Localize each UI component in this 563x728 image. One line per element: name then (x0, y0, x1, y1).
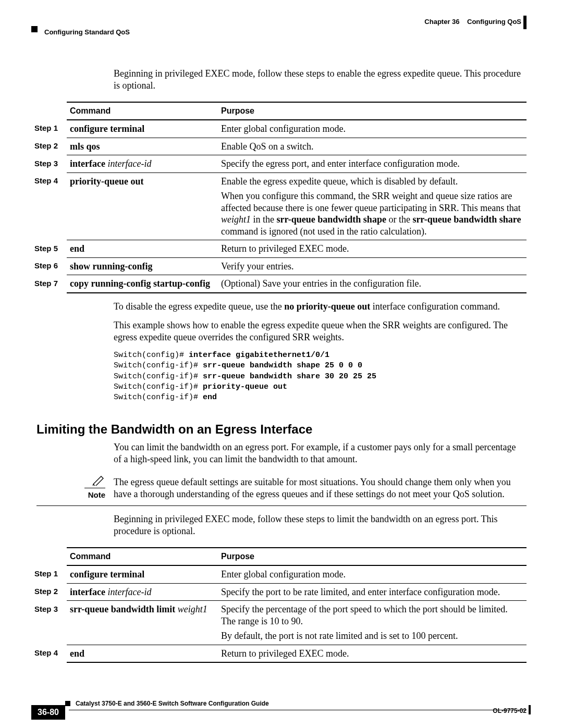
note-label: Note (36, 490, 105, 500)
book-title: Catalyst 3750-E and 3560-E Switch Softwa… (76, 700, 527, 708)
header-right-bar (523, 16, 527, 29)
purpose-text: Enter global configuration mode. (218, 565, 527, 583)
purpose-text: Specify the port to be rate limited, and… (218, 583, 527, 601)
purpose-text: Specify the egress port, and enter inter… (218, 155, 527, 173)
table-row: Step 7 copy running-config startup-confi… (31, 275, 527, 293)
command-text: srr-queue bandwidth limit (70, 604, 175, 614)
command-text: end (70, 648, 84, 659)
step-label: Step 3 (31, 155, 67, 173)
step-label: Step 7 (31, 275, 67, 293)
table-row: Step 1 configure terminal Enter global c… (31, 565, 527, 583)
table-row: Step 2 mls qos Enable QoS on a switch. (31, 138, 527, 155)
section2-paragraph-1: You can limit the bandwidth on an egress… (114, 441, 521, 465)
col-header-purpose: Purpose (218, 548, 527, 565)
command-text: configure terminal (70, 569, 144, 579)
pencil-icon (36, 474, 105, 488)
purpose-text: Specify the percentage of the port speed… (221, 603, 523, 627)
running-header-left: Configuring Standard QoS (44, 28, 130, 36)
command-text: show running-config (70, 261, 153, 272)
command-text: copy running-config startup-config (70, 278, 210, 289)
document-number: OL-9775-02 (493, 707, 527, 715)
procedure-table-2: Command Purpose Step 1 configure termina… (31, 547, 527, 663)
table-row: Step 6 show running-config Verify your e… (31, 257, 527, 275)
table-row: Step 3 interface interface-id Specify th… (31, 155, 527, 173)
step-label: Step 5 (31, 240, 67, 258)
chapter-title: Configuring QoS (467, 18, 521, 26)
cli-example: Switch(config)# interface gigabitetherne… (114, 350, 521, 403)
step-label: Step 6 (31, 257, 67, 275)
page-number: 36-80 (31, 705, 65, 720)
note-block: Note The egress queue default settings a… (36, 474, 527, 506)
col-header-purpose: Purpose (218, 102, 527, 120)
command-text: mls qos (70, 141, 100, 152)
step-label: Step 4 (31, 172, 67, 240)
chapter-label: Chapter 36 (424, 18, 459, 26)
command-text: interface (70, 587, 105, 597)
command-text: interface (70, 158, 105, 169)
table-row: Step 4 priority-queue out Enable the egr… (31, 172, 527, 240)
disable-note: To disable the egress expedite queue, us… (114, 301, 521, 313)
section-heading-bandwidth-limit: Limiting the Bandwidth on an Egress Inte… (36, 422, 527, 437)
table-row: Step 3 srr-queue bandwidth limit weight1… (31, 601, 527, 645)
purpose-text: Enable the egress expedite queue, which … (221, 176, 523, 188)
footer-square-icon (65, 701, 70, 706)
table-row: Step 2 interface interface-id Specify th… (31, 583, 527, 601)
table-row: Step 5 end Return to privileged EXEC mod… (31, 240, 527, 258)
purpose-text: Return to privileged EXEC mode. (218, 240, 527, 258)
intro-paragraph-1: Beginning in privileged EXEC mode, follo… (114, 68, 521, 91)
command-text: end (70, 243, 84, 254)
step-label: Step 1 (31, 120, 67, 138)
step-label: Step 2 (31, 138, 67, 155)
page-footer: Catalyst 3750-E and 3560-E Switch Softwa… (31, 702, 527, 710)
procedure-table-1: Command Purpose Step 1 configure termina… (31, 102, 527, 293)
step-label: Step 4 (31, 645, 67, 662)
section2-paragraph-2: Beginning in privileged EXEC mode, follo… (114, 513, 521, 537)
col-header-command: Command (67, 548, 218, 565)
command-arg: interface-id (105, 587, 151, 597)
example-intro: This example shows how to enable the egr… (114, 319, 521, 343)
purpose-text: Verify your entries. (218, 257, 527, 275)
col-header-command: Command (67, 102, 218, 120)
command-text: configure terminal (70, 124, 144, 134)
purpose-text: Return to privileged EXEC mode. (218, 645, 527, 662)
command-arg: weight1 (175, 604, 207, 614)
note-text: The egress queue default settings are su… (114, 474, 527, 500)
step-label: Step 3 (31, 601, 67, 645)
table-row: Step 4 end Return to privileged EXEC mod… (31, 645, 527, 662)
running-header-right: Chapter 36 Configuring QoS (424, 18, 521, 26)
header-left-square (31, 26, 38, 32)
purpose-subtext: When you configure this command, the SRR… (221, 190, 523, 237)
command-text: priority-queue out (70, 176, 144, 187)
purpose-subtext: By default, the port is not rate limited… (221, 630, 523, 642)
footer-right-bar (529, 705, 531, 714)
table-row: Step 1 configure terminal Enter global c… (31, 120, 527, 138)
purpose-text: Enter global configuration mode. (218, 120, 527, 138)
purpose-text: (Optional) Save your entries in the conf… (218, 275, 527, 293)
step-label: Step 1 (31, 565, 67, 583)
command-arg: interface-id (105, 158, 151, 169)
step-label: Step 2 (31, 583, 67, 601)
purpose-text: Enable QoS on a switch. (218, 138, 527, 155)
